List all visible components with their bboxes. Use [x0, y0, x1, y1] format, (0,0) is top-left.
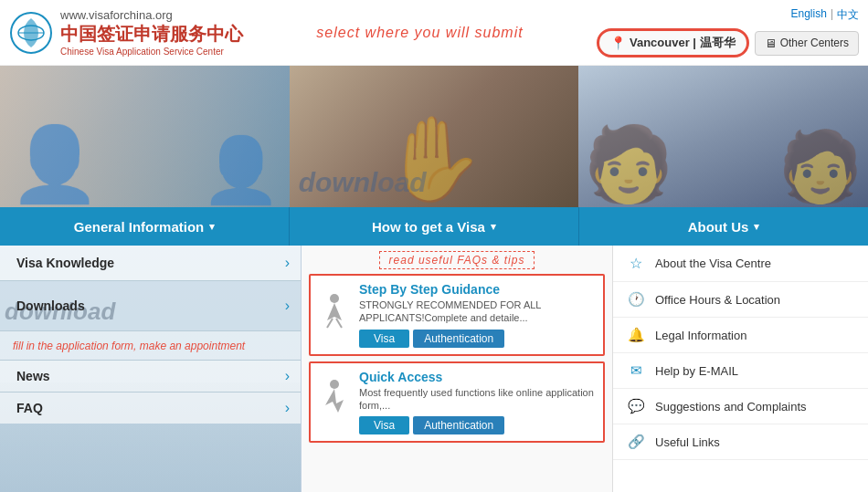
sidebar-item-visa-knowledge[interactable]: Visa Knowledge ›: [0, 246, 301, 281]
right-item-legal[interactable]: 🔔 Legal Information: [613, 318, 868, 353]
site-url: www.visaforchina.org: [60, 8, 243, 22]
other-centers-label: Other Centers: [780, 37, 849, 49]
hero-section-mid: ✋ download: [290, 66, 579, 207]
logo-icon: [9, 11, 53, 55]
faq-tips-header: read useful FAQs & tips: [309, 251, 605, 269]
right-sidebar: ☆ About the Visa Centre 🕐 Office Hours &…: [612, 246, 868, 492]
card2-title: Quick Access: [359, 370, 597, 384]
location-pin-icon: 📍: [610, 36, 626, 50]
card2-content: Quick Access Most frequently used functi…: [359, 370, 597, 435]
right-item-links[interactable]: 🔗 Useful Links: [613, 424, 868, 460]
right-item-email[interactable]: ✉ Help by E-MAIL: [613, 353, 868, 389]
card2-desc: Most frequently used functions like onli…: [359, 386, 597, 413]
org-name-en: Chinese Visa Application Service Center: [60, 47, 243, 57]
location-label: Vancouver | 温哥华: [630, 35, 736, 51]
left-sidebar: Visa Knowledge › download Downloads › fi…: [0, 246, 302, 492]
chevron-down-icon-2: ▾: [491, 221, 496, 233]
sidebar-item-downloads[interactable]: download Downloads ›: [0, 281, 301, 331]
hero-section-left: 👤 👤: [0, 66, 290, 207]
sidebar-label-faq: FAQ: [16, 401, 43, 415]
svg-point-6: [330, 380, 339, 389]
hint-text: fill in the application form, make an ap…: [13, 340, 245, 352]
clock-icon: 🕐: [626, 291, 646, 308]
bell-icon: 🔔: [626, 327, 646, 343]
right-label-about: About the Visa Centre: [655, 256, 771, 270]
lang-english-link[interactable]: English: [791, 7, 827, 23]
monitor-icon: 🖥: [765, 37, 777, 50]
nav-label-about: About Us: [688, 219, 749, 235]
card1-visa-btn[interactable]: Visa: [359, 330, 409, 348]
header-right: English | 中文 📍 Vancouver | 温哥华 🖥 Other C…: [597, 7, 859, 58]
sidebar-label-downloads: Downloads: [16, 298, 85, 313]
hero-banner: 👤 👤 ✋ download 🧑 🧑: [0, 66, 868, 207]
email-icon: ✉: [626, 362, 646, 379]
sidebar-item-news[interactable]: News ›: [0, 360, 301, 393]
arrow-icon-4: ›: [285, 400, 290, 416]
nav-label-visa: How to get a Visa: [372, 219, 485, 235]
sidebar-item-faq[interactable]: FAQ ›: [0, 393, 301, 424]
card2-icon: [317, 370, 352, 435]
lang-row: English | 中文: [791, 7, 859, 23]
header-center-hint: select where you will submit: [243, 25, 597, 41]
right-label-legal: Legal Information: [655, 329, 746, 342]
card2-buttons: Visa Authentication: [359, 416, 597, 434]
star-icon: ☆: [626, 255, 646, 272]
right-label-email: Help by E-MAIL: [655, 364, 738, 378]
center-content: read useful FAQs & tips Step By Step Gui…: [302, 246, 612, 492]
lang-chinese-link[interactable]: 中文: [837, 7, 859, 23]
right-label-links: Useful Links: [655, 435, 720, 449]
arrow-icon-3: ›: [285, 368, 290, 384]
other-centers-btn[interactable]: 🖥 Other Centers: [755, 31, 859, 56]
card-step-by-step: Step By Step Guidance STRONGLY RECOMMEND…: [309, 274, 605, 356]
chevron-down-icon-1: ▾: [209, 221, 215, 233]
org-name-zh: 中国签证申请服务中心: [60, 22, 243, 47]
nav-bar: General Information ▾ How to get a Visa …: [0, 207, 868, 246]
card1-title: Step By Step Guidance: [359, 282, 597, 297]
arrow-icon-1: ›: [285, 255, 290, 271]
location-selector[interactable]: 📍 Vancouver | 温哥华: [597, 28, 749, 58]
arrow-icon-2: ›: [285, 298, 290, 314]
location-row: 📍 Vancouver | 温哥华 🖥 Other Centers: [597, 28, 859, 58]
card2-visa-btn[interactable]: Visa: [359, 416, 409, 434]
faq-header-border: read useful FAQs & tips: [379, 251, 535, 269]
right-item-about[interactable]: ☆ About the Visa Centre: [613, 246, 868, 282]
card-quick-access: Quick Access Most frequently used functi…: [309, 361, 605, 444]
link-icon: 🔗: [626, 434, 646, 450]
hero-section-right: 🧑 🧑: [578, 66, 868, 207]
card1-content: Step By Step Guidance STRONGLY RECOMMEND…: [359, 282, 597, 348]
nav-item-how-visa[interactable]: How to get a Visa ▾: [290, 207, 579, 246]
header-logo-text: www.visaforchina.org 中国签证申请服务中心 Chinese …: [60, 8, 243, 57]
svg-point-3: [330, 294, 339, 303]
sidebar-label-news: News: [16, 369, 50, 383]
card1-icon: [317, 282, 352, 348]
card2-auth-btn[interactable]: Authentication: [413, 416, 504, 434]
header-left: www.visaforchina.org 中国签证申请服务中心 Chinese …: [9, 8, 243, 57]
sidebar-hint: fill in the application form, make an ap…: [0, 331, 301, 360]
card1-buttons: Visa Authentication: [359, 330, 597, 348]
right-item-office-hours[interactable]: 🕐 Office Hours & Location: [613, 282, 868, 318]
nav-item-about-us[interactable]: About Us ▾: [579, 207, 868, 246]
nav-item-general-info[interactable]: General Information ▾: [0, 207, 290, 246]
card1-desc: STRONGLY RECOMMENDED FOR ALL APPLICANTS!…: [359, 298, 597, 325]
right-label-suggestions: Suggestions and Complaints: [655, 400, 807, 413]
chevron-down-icon-3: ▾: [754, 221, 759, 233]
lang-separator: |: [831, 7, 833, 23]
right-item-suggestions[interactable]: 💬 Suggestions and Complaints: [613, 389, 868, 424]
card1-auth-btn[interactable]: Authentication: [413, 330, 504, 348]
sidebar-label-visa-knowledge: Visa Knowledge: [16, 256, 114, 270]
header: www.visaforchina.org 中国签证申请服务中心 Chinese …: [0, 0, 868, 66]
main-content: Visa Knowledge › download Downloads › fi…: [0, 246, 868, 492]
nav-label-general: General Information: [74, 219, 205, 235]
submit-hint-text: select where you will submit: [261, 25, 578, 41]
right-label-office: Office Hours & Location: [655, 293, 780, 307]
chat-icon: 💬: [626, 398, 646, 414]
download-text-overlay: download: [299, 167, 427, 198]
